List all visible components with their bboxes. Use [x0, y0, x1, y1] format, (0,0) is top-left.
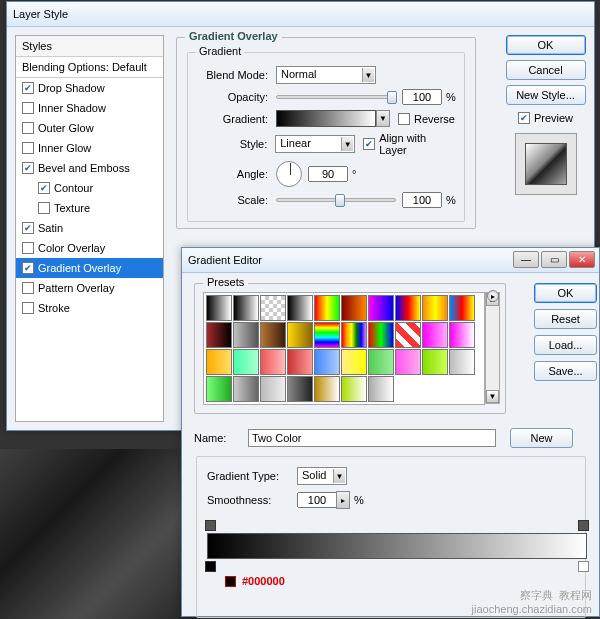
style-item-pattern-overlay[interactable]: Pattern Overlay: [16, 278, 163, 298]
preset-swatch[interactable]: [287, 376, 313, 402]
scale-input[interactable]: [402, 192, 442, 208]
name-input[interactable]: [248, 429, 496, 447]
gradient-bar[interactable]: [207, 533, 587, 559]
preset-swatch[interactable]: [233, 376, 259, 402]
preset-swatch[interactable]: [287, 322, 313, 348]
preset-swatch[interactable]: [395, 295, 421, 321]
minimize-button[interactable]: —: [513, 251, 539, 268]
cancel-button[interactable]: Cancel: [506, 60, 586, 80]
presets-scrollbar[interactable]: ▲ ▼: [485, 292, 500, 404]
style-item-satin[interactable]: Satin: [16, 218, 163, 238]
opacity-stop-left[interactable]: [205, 520, 216, 531]
scroll-down-icon[interactable]: ▼: [486, 390, 499, 403]
style-checkbox[interactable]: [22, 242, 34, 254]
smooth-input[interactable]: [297, 492, 337, 508]
blend-mode-dropdown[interactable]: Normal ▼: [276, 66, 376, 84]
preset-swatch[interactable]: [368, 295, 394, 321]
preset-swatch[interactable]: [341, 322, 367, 348]
style-checkbox[interactable]: [22, 222, 34, 234]
opacity-stop-right[interactable]: [578, 520, 589, 531]
chevron-down-icon[interactable]: ▼: [376, 110, 390, 127]
style-checkbox[interactable]: [22, 262, 34, 274]
preset-swatch[interactable]: [368, 376, 394, 402]
angle-input[interactable]: [308, 166, 348, 182]
preset-swatch[interactable]: [206, 295, 232, 321]
ge-save-button[interactable]: Save...: [534, 361, 597, 381]
align-checkbox[interactable]: [363, 138, 375, 150]
ge-load-button[interactable]: Load...: [534, 335, 597, 355]
preset-swatch[interactable]: [233, 322, 259, 348]
preset-swatch[interactable]: [314, 322, 340, 348]
preset-swatch[interactable]: [206, 376, 232, 402]
color-stop-right[interactable]: [578, 561, 589, 572]
blending-options-header[interactable]: Blending Options: Default: [16, 57, 163, 78]
preset-swatch[interactable]: [395, 322, 421, 348]
preset-swatch[interactable]: [314, 295, 340, 321]
style-item-drop-shadow[interactable]: Drop Shadow: [16, 78, 163, 98]
ge-ok-button[interactable]: OK: [534, 283, 597, 303]
style-item-bevel-and-emboss[interactable]: Bevel and Emboss: [16, 158, 163, 178]
preset-swatch[interactable]: [287, 295, 313, 321]
preset-swatch[interactable]: [314, 376, 340, 402]
color-stop-left[interactable]: [205, 561, 216, 572]
presets-flyout-icon[interactable]: ▸: [487, 290, 499, 302]
style-checkbox[interactable]: [22, 162, 34, 174]
opacity-input[interactable]: [402, 89, 442, 105]
ge-new-button[interactable]: New: [510, 428, 573, 448]
preset-swatch[interactable]: [233, 295, 259, 321]
ge-reset-button[interactable]: Reset: [534, 309, 597, 329]
styles-header[interactable]: Styles: [16, 36, 163, 57]
style-item-contour[interactable]: Contour: [16, 178, 163, 198]
preset-swatch[interactable]: [341, 376, 367, 402]
preset-swatch[interactable]: [368, 322, 394, 348]
maximize-button[interactable]: ▭: [541, 251, 567, 268]
type-dropdown[interactable]: Solid ▼: [297, 467, 347, 485]
preset-swatch[interactable]: [314, 349, 340, 375]
preset-swatch[interactable]: [449, 349, 475, 375]
opacity-slider[interactable]: [276, 95, 396, 99]
style-checkbox[interactable]: [22, 82, 34, 94]
preset-swatch[interactable]: [422, 322, 448, 348]
style-item-inner-glow[interactable]: Inner Glow: [16, 138, 163, 158]
style-item-gradient-overlay[interactable]: Gradient Overlay: [16, 258, 163, 278]
new-style-button[interactable]: New Style...: [506, 85, 586, 105]
preset-swatch[interactable]: [422, 349, 448, 375]
preview-checkbox[interactable]: [518, 112, 530, 124]
close-button[interactable]: ✕: [569, 251, 595, 268]
style-item-stroke[interactable]: Stroke: [16, 298, 163, 318]
color-swatch-icon[interactable]: [225, 576, 236, 587]
style-checkbox[interactable]: [22, 282, 34, 294]
preset-swatch[interactable]: [260, 349, 286, 375]
gradient-picker[interactable]: [276, 110, 376, 127]
preset-swatch[interactable]: [449, 295, 475, 321]
chevron-right-icon[interactable]: ▸: [336, 491, 350, 509]
preset-swatch[interactable]: [341, 349, 367, 375]
style-checkbox[interactable]: [38, 202, 50, 214]
preset-swatch[interactable]: [260, 295, 286, 321]
preset-swatch[interactable]: [422, 295, 448, 321]
style-item-color-overlay[interactable]: Color Overlay: [16, 238, 163, 258]
scale-slider[interactable]: [276, 198, 396, 202]
preset-swatch[interactable]: [260, 322, 286, 348]
gradient-editor-titlebar[interactable]: Gradient Editor — ▭ ✕: [182, 248, 599, 273]
style-checkbox[interactable]: [22, 302, 34, 314]
style-item-inner-shadow[interactable]: Inner Shadow: [16, 98, 163, 118]
preset-swatch[interactable]: [368, 349, 394, 375]
preset-swatch[interactable]: [206, 349, 232, 375]
style-dropdown[interactable]: Linear ▼: [275, 135, 355, 153]
preset-swatch[interactable]: [395, 349, 421, 375]
style-item-outer-glow[interactable]: Outer Glow: [16, 118, 163, 138]
preset-swatch[interactable]: [260, 376, 286, 402]
angle-dial[interactable]: [276, 161, 302, 187]
preset-swatch[interactable]: [206, 322, 232, 348]
style-checkbox[interactable]: [22, 122, 34, 134]
style-checkbox[interactable]: [22, 102, 34, 114]
style-checkbox[interactable]: [38, 182, 50, 194]
preset-swatch[interactable]: [287, 349, 313, 375]
style-checkbox[interactable]: [22, 142, 34, 154]
preset-swatch[interactable]: [341, 295, 367, 321]
ok-button[interactable]: OK: [506, 35, 586, 55]
style-item-texture[interactable]: Texture: [16, 198, 163, 218]
reverse-checkbox[interactable]: [398, 113, 410, 125]
preset-swatch[interactable]: [233, 349, 259, 375]
